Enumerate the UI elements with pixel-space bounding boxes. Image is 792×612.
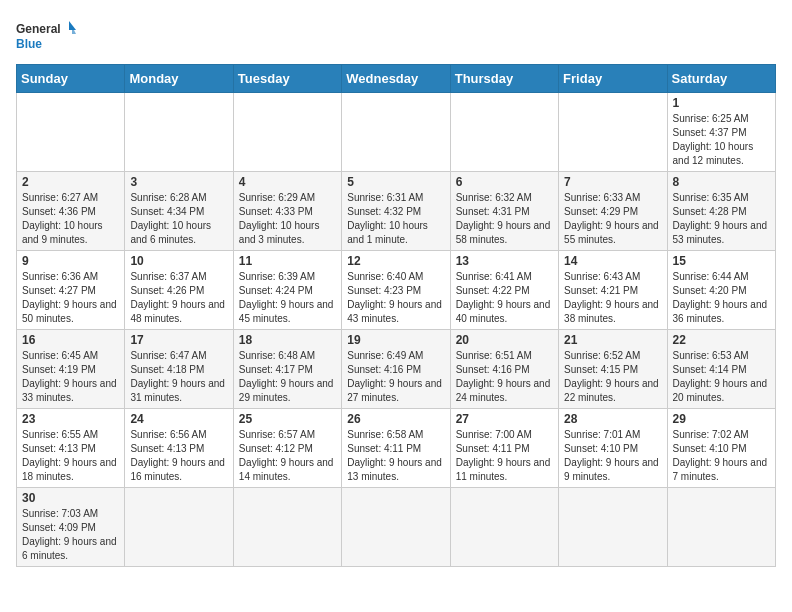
day-cell [450,93,558,172]
day-info: Sunrise: 6:56 AM Sunset: 4:13 PM Dayligh… [130,428,227,484]
week-row-2: 2Sunrise: 6:27 AM Sunset: 4:36 PM Daylig… [17,172,776,251]
day-cell: 10Sunrise: 6:37 AM Sunset: 4:26 PM Dayli… [125,251,233,330]
day-number: 14 [564,254,661,268]
day-number: 13 [456,254,553,268]
weekday-header-monday: Monday [125,65,233,93]
day-info: Sunrise: 6:33 AM Sunset: 4:29 PM Dayligh… [564,191,661,247]
day-cell: 25Sunrise: 6:57 AM Sunset: 4:12 PM Dayli… [233,409,341,488]
day-info: Sunrise: 6:25 AM Sunset: 4:37 PM Dayligh… [673,112,770,168]
page-header: General Blue [16,16,776,56]
week-row-4: 16Sunrise: 6:45 AM Sunset: 4:19 PM Dayli… [17,330,776,409]
day-number: 11 [239,254,336,268]
day-cell [450,488,558,567]
day-cell: 28Sunrise: 7:01 AM Sunset: 4:10 PM Dayli… [559,409,667,488]
day-number: 23 [22,412,119,426]
day-info: Sunrise: 7:01 AM Sunset: 4:10 PM Dayligh… [564,428,661,484]
day-info: Sunrise: 6:29 AM Sunset: 4:33 PM Dayligh… [239,191,336,247]
day-number: 7 [564,175,661,189]
weekday-header-saturday: Saturday [667,65,775,93]
week-row-1: 1Sunrise: 6:25 AM Sunset: 4:37 PM Daylig… [17,93,776,172]
day-cell: 30Sunrise: 7:03 AM Sunset: 4:09 PM Dayli… [17,488,125,567]
day-number: 3 [130,175,227,189]
day-info: Sunrise: 6:27 AM Sunset: 4:36 PM Dayligh… [22,191,119,247]
day-cell: 23Sunrise: 6:55 AM Sunset: 4:13 PM Dayli… [17,409,125,488]
day-number: 10 [130,254,227,268]
day-cell: 20Sunrise: 6:51 AM Sunset: 4:16 PM Dayli… [450,330,558,409]
day-number: 9 [22,254,119,268]
week-row-6: 30Sunrise: 7:03 AM Sunset: 4:09 PM Dayli… [17,488,776,567]
week-row-3: 9Sunrise: 6:36 AM Sunset: 4:27 PM Daylig… [17,251,776,330]
day-cell [125,93,233,172]
day-info: Sunrise: 6:35 AM Sunset: 4:28 PM Dayligh… [673,191,770,247]
day-number: 15 [673,254,770,268]
day-cell: 8Sunrise: 6:35 AM Sunset: 4:28 PM Daylig… [667,172,775,251]
day-info: Sunrise: 6:48 AM Sunset: 4:17 PM Dayligh… [239,349,336,405]
day-number: 26 [347,412,444,426]
day-cell: 2Sunrise: 6:27 AM Sunset: 4:36 PM Daylig… [17,172,125,251]
day-cell: 26Sunrise: 6:58 AM Sunset: 4:11 PM Dayli… [342,409,450,488]
day-info: Sunrise: 6:53 AM Sunset: 4:14 PM Dayligh… [673,349,770,405]
weekday-header-tuesday: Tuesday [233,65,341,93]
day-cell [17,93,125,172]
day-cell [125,488,233,567]
day-cell: 16Sunrise: 6:45 AM Sunset: 4:19 PM Dayli… [17,330,125,409]
day-cell: 6Sunrise: 6:32 AM Sunset: 4:31 PM Daylig… [450,172,558,251]
day-info: Sunrise: 6:49 AM Sunset: 4:16 PM Dayligh… [347,349,444,405]
day-info: Sunrise: 6:39 AM Sunset: 4:24 PM Dayligh… [239,270,336,326]
day-info: Sunrise: 6:41 AM Sunset: 4:22 PM Dayligh… [456,270,553,326]
day-number: 19 [347,333,444,347]
day-info: Sunrise: 7:02 AM Sunset: 4:10 PM Dayligh… [673,428,770,484]
day-info: Sunrise: 6:43 AM Sunset: 4:21 PM Dayligh… [564,270,661,326]
day-cell: 7Sunrise: 6:33 AM Sunset: 4:29 PM Daylig… [559,172,667,251]
day-number: 21 [564,333,661,347]
day-number: 8 [673,175,770,189]
day-number: 27 [456,412,553,426]
day-info: Sunrise: 6:32 AM Sunset: 4:31 PM Dayligh… [456,191,553,247]
day-info: Sunrise: 7:00 AM Sunset: 4:11 PM Dayligh… [456,428,553,484]
day-number: 20 [456,333,553,347]
day-cell: 4Sunrise: 6:29 AM Sunset: 4:33 PM Daylig… [233,172,341,251]
day-info: Sunrise: 6:58 AM Sunset: 4:11 PM Dayligh… [347,428,444,484]
day-cell: 13Sunrise: 6:41 AM Sunset: 4:22 PM Dayli… [450,251,558,330]
day-info: Sunrise: 6:37 AM Sunset: 4:26 PM Dayligh… [130,270,227,326]
day-info: Sunrise: 6:55 AM Sunset: 4:13 PM Dayligh… [22,428,119,484]
day-cell: 24Sunrise: 6:56 AM Sunset: 4:13 PM Dayli… [125,409,233,488]
day-cell [342,93,450,172]
day-number: 24 [130,412,227,426]
day-cell: 22Sunrise: 6:53 AM Sunset: 4:14 PM Dayli… [667,330,775,409]
logo: General Blue [16,16,76,56]
svg-text:General: General [16,22,61,36]
day-cell: 14Sunrise: 6:43 AM Sunset: 4:21 PM Dayli… [559,251,667,330]
day-info: Sunrise: 6:44 AM Sunset: 4:20 PM Dayligh… [673,270,770,326]
day-info: Sunrise: 6:47 AM Sunset: 4:18 PM Dayligh… [130,349,227,405]
day-cell: 17Sunrise: 6:47 AM Sunset: 4:18 PM Dayli… [125,330,233,409]
day-number: 4 [239,175,336,189]
day-number: 2 [22,175,119,189]
week-row-5: 23Sunrise: 6:55 AM Sunset: 4:13 PM Dayli… [17,409,776,488]
day-info: Sunrise: 7:03 AM Sunset: 4:09 PM Dayligh… [22,507,119,563]
day-cell: 9Sunrise: 6:36 AM Sunset: 4:27 PM Daylig… [17,251,125,330]
day-number: 28 [564,412,661,426]
day-cell [667,488,775,567]
day-info: Sunrise: 6:36 AM Sunset: 4:27 PM Dayligh… [22,270,119,326]
weekday-header-thursday: Thursday [450,65,558,93]
day-number: 5 [347,175,444,189]
day-cell: 19Sunrise: 6:49 AM Sunset: 4:16 PM Dayli… [342,330,450,409]
logo-svg: General Blue [16,16,76,56]
day-number: 18 [239,333,336,347]
day-cell: 11Sunrise: 6:39 AM Sunset: 4:24 PM Dayli… [233,251,341,330]
weekday-header-wednesday: Wednesday [342,65,450,93]
weekday-header-row: SundayMondayTuesdayWednesdayThursdayFrid… [17,65,776,93]
day-cell [559,488,667,567]
day-cell: 21Sunrise: 6:52 AM Sunset: 4:15 PM Dayli… [559,330,667,409]
day-number: 29 [673,412,770,426]
day-number: 22 [673,333,770,347]
day-info: Sunrise: 6:51 AM Sunset: 4:16 PM Dayligh… [456,349,553,405]
day-cell: 27Sunrise: 7:00 AM Sunset: 4:11 PM Dayli… [450,409,558,488]
day-number: 1 [673,96,770,110]
day-number: 30 [22,491,119,505]
day-cell: 15Sunrise: 6:44 AM Sunset: 4:20 PM Dayli… [667,251,775,330]
day-cell [233,488,341,567]
day-info: Sunrise: 6:57 AM Sunset: 4:12 PM Dayligh… [239,428,336,484]
day-cell: 12Sunrise: 6:40 AM Sunset: 4:23 PM Dayli… [342,251,450,330]
